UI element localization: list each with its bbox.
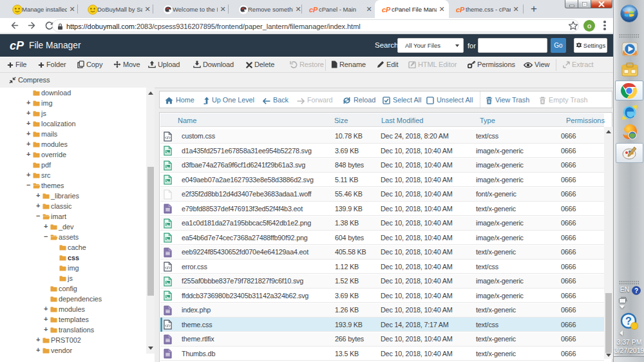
svg-text:cP: cP bbox=[382, 6, 391, 14]
svg-text:cP: cP bbox=[309, 6, 318, 14]
svg-text:?: ? bbox=[634, 287, 638, 294]
svg-text:cP: cP bbox=[10, 39, 24, 52]
svg-text:cP: cP bbox=[456, 6, 465, 14]
